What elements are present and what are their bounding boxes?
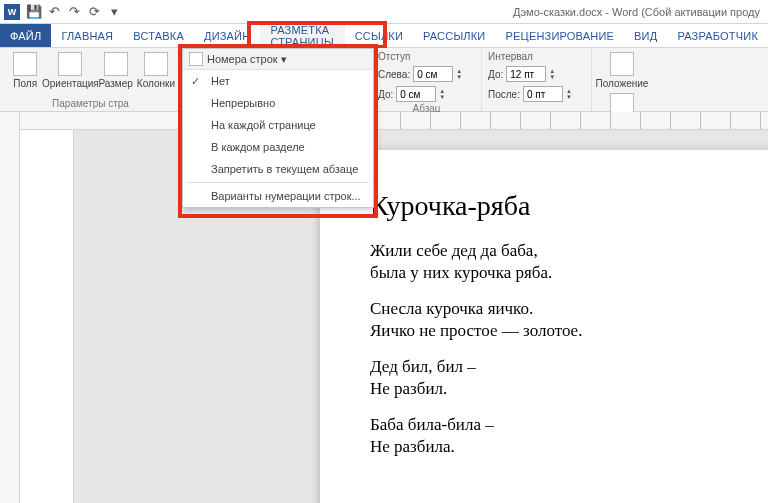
indent-header: Отступ <box>378 51 410 62</box>
window-title: Дэмо-сказки.docx - Word (Сбой активации … <box>122 6 764 18</box>
dd-item-none[interactable]: Нет <box>183 70 373 92</box>
line-numbers-dropdown: Номера строк ▾ Нет Непрерывно На каждой … <box>182 48 374 208</box>
interval-header: Интервал <box>488 51 533 62</box>
dd-separator <box>187 182 369 183</box>
left-gutter <box>20 130 74 503</box>
size-button[interactable]: Размер <box>96 50 134 89</box>
indent-right-label: До: <box>378 89 393 100</box>
tab-view[interactable]: ВИД <box>624 24 667 47</box>
tab-design[interactable]: ДИЗАЙН <box>194 24 260 47</box>
undo-icon[interactable]: ↶ <box>46 4 62 20</box>
columns-icon <box>144 52 168 76</box>
line-numbers-header[interactable]: Номера строк ▾ <box>183 49 373 70</box>
group-arrange: Положение Обтекание текстом Переместить … <box>592 48 768 111</box>
doc-paragraph[interactable]: Баба била-била –Не разбила. <box>370 414 768 458</box>
save-icon[interactable]: 💾 <box>26 4 42 20</box>
indent-left-input[interactable] <box>413 66 453 82</box>
spinner-icon[interactable]: ▲▼ <box>566 88 572 100</box>
vertical-ruler[interactable] <box>0 112 20 503</box>
ribbon-tabs: ФАЙЛ ГЛАВНАЯ ВСТАВКА ДИЗАЙН РАЗМЕТКА СТР… <box>0 24 768 48</box>
margins-icon <box>13 52 37 76</box>
horizontal-ruler[interactable] <box>20 112 768 130</box>
tab-file[interactable]: ФАЙЛ <box>0 24 51 47</box>
interval-after-label: После: <box>488 89 520 100</box>
line-numbers-icon <box>189 52 203 66</box>
dd-item-continuous[interactable]: Непрерывно <box>183 92 373 114</box>
group-label-page-setup: Параметры стра <box>6 98 175 111</box>
interval-after-input[interactable] <box>523 86 563 102</box>
indent-right-input[interactable] <box>396 86 436 102</box>
size-icon <box>104 52 128 76</box>
orientation-button[interactable]: Ориентация <box>46 50 94 89</box>
orientation-icon <box>58 52 82 76</box>
spinner-icon[interactable]: ▲▼ <box>439 88 445 100</box>
spinner-icon[interactable]: ▲▼ <box>456 68 462 80</box>
qat-more-icon[interactable]: ▾ <box>106 4 122 20</box>
dd-item-suppress[interactable]: Запретить в текущем абзаце <box>183 158 373 180</box>
indent-left-label: Слева: <box>378 69 410 80</box>
redo-icon[interactable]: ↷ <box>66 4 82 20</box>
group-interval: Интервал До:▲▼ После:▲▼ <box>482 48 592 111</box>
refresh-icon[interactable]: ⟳ <box>86 4 102 20</box>
columns-button[interactable]: Колонки <box>137 50 175 89</box>
workspace: Курочка-ряба Жили себе дед да баба,была … <box>0 112 768 503</box>
tab-mailings[interactable]: РАССЫЛКИ <box>413 24 495 47</box>
group-page-setup: Поля Ориентация Размер Колонки Параметры… <box>0 48 182 111</box>
doc-paragraph[interactable]: Жили себе дед да баба,была у них курочка… <box>370 240 768 284</box>
tab-developer[interactable]: РАЗРАБОТЧИК <box>667 24 768 47</box>
group-indent: Отступ Слева:▲▼ До:▲▼ Абзац <box>372 48 482 111</box>
doc-title[interactable]: Курочка-ряба <box>370 190 768 222</box>
quick-access-toolbar: 💾 ↶ ↷ ⟳ ▾ <box>26 4 122 20</box>
margins-button[interactable]: Поля <box>6 50 44 89</box>
dd-item-each-section[interactable]: В каждом разделе <box>183 136 373 158</box>
tab-references[interactable]: ССЫЛКИ <box>345 24 413 47</box>
interval-before-label: До: <box>488 69 503 80</box>
doc-paragraph[interactable]: Снесла курочка яичко.Яичко не простое — … <box>370 298 768 342</box>
position-icon <box>610 52 634 76</box>
interval-before-input[interactable] <box>506 66 546 82</box>
tab-page-layout[interactable]: РАЗМЕТКА СТРАНИЦЫ <box>260 24 344 47</box>
dd-item-options[interactable]: Варианты нумерации строк... <box>183 185 373 207</box>
title-bar: W 💾 ↶ ↷ ⟳ ▾ Дэмо-сказки.docx - Word (Сбо… <box>0 0 768 24</box>
document-page[interactable]: Курочка-ряба Жили себе дед да баба,была … <box>320 150 768 503</box>
tab-review[interactable]: РЕЦЕНЗИРОВАНИЕ <box>495 24 624 47</box>
doc-paragraph[interactable]: Дед бил, бил –Не разбил. <box>370 356 768 400</box>
spinner-icon[interactable]: ▲▼ <box>549 68 555 80</box>
document-area[interactable]: Курочка-ряба Жили себе дед да баба,была … <box>20 130 768 503</box>
ribbon-content: Поля Ориентация Размер Колонки Параметры… <box>0 48 768 112</box>
app-icon: W <box>4 4 20 20</box>
dd-item-each-page[interactable]: На каждой странице <box>183 114 373 136</box>
position-button[interactable]: Положение <box>598 50 646 89</box>
tab-home[interactable]: ГЛАВНАЯ <box>51 24 123 47</box>
tab-insert[interactable]: ВСТАВКА <box>123 24 194 47</box>
